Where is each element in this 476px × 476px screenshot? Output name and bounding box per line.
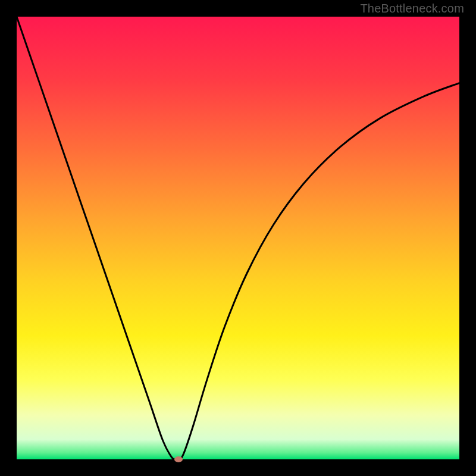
watermark-text: TheBottleneck.com (360, 2, 464, 15)
optimal-marker (174, 456, 183, 462)
plot-area (17, 17, 459, 459)
bottleneck-curve (17, 17, 459, 459)
chart-container: TheBottleneck.com (0, 0, 476, 476)
